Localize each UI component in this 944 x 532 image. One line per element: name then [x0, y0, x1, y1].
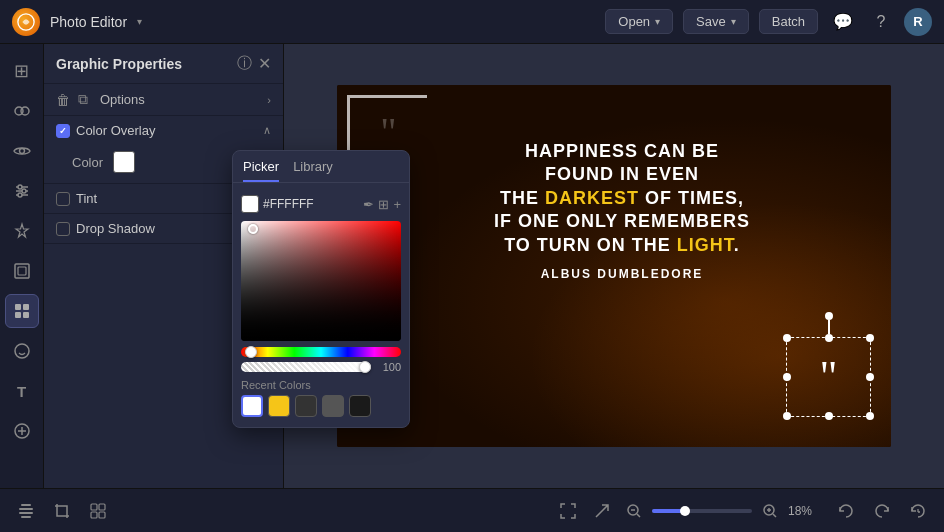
- svg-rect-22: [21, 504, 31, 506]
- help-button[interactable]: ?: [866, 7, 896, 37]
- zoom-minus-button[interactable]: [622, 499, 646, 523]
- color-overlay-checkbox[interactable]: [56, 124, 70, 138]
- picker-recent-label: Recent Colors: [233, 373, 409, 395]
- quote-line-4: IF ONE ONLY REMEMBERS: [467, 210, 777, 233]
- grid-bottombar-icon[interactable]: [84, 497, 112, 525]
- picker-gradient[interactable]: [241, 221, 401, 341]
- topbar: Photo Editor ▾ Open ▾ Save ▾ Batch 💬 ? R: [0, 0, 944, 44]
- sidebar-item-text[interactable]: T: [5, 374, 39, 408]
- zoom-controls: 18%: [554, 497, 816, 525]
- picker-cursor: [248, 224, 258, 234]
- chat-button[interactable]: 💬: [828, 7, 858, 37]
- sidebar-item-adjust[interactable]: [5, 174, 39, 208]
- sidebar-item-stickers[interactable]: [5, 334, 39, 368]
- handle-bl[interactable]: [783, 412, 791, 420]
- copy-icon[interactable]: ⧉: [78, 91, 88, 108]
- panel-info-icon[interactable]: ⓘ: [237, 54, 252, 73]
- handle-rotate[interactable]: [825, 312, 833, 320]
- sidebar-item-more[interactable]: [5, 414, 39, 448]
- sidebar-item-layers[interactable]: ⊞: [5, 54, 39, 88]
- picker-tab-picker[interactable]: Picker: [243, 159, 279, 182]
- save-label: Save: [696, 14, 726, 29]
- svg-rect-23: [21, 516, 31, 518]
- recent-color-gray[interactable]: [322, 395, 344, 417]
- picker-tabs: Picker Library: [233, 151, 409, 183]
- avatar[interactable]: R: [904, 8, 932, 36]
- picker-hex-input[interactable]: [263, 197, 333, 211]
- quote-author: ALBUS DUMBLEDORE: [467, 267, 777, 281]
- svg-rect-10: [15, 264, 29, 278]
- open-label: Open: [618, 14, 650, 29]
- svg-point-3: [19, 149, 24, 154]
- svg-point-8: [22, 189, 26, 193]
- zoom-slider-fill: [652, 509, 682, 513]
- grid-icon[interactable]: ⊞: [378, 197, 389, 212]
- recent-color-white[interactable]: [241, 395, 263, 417]
- sidebar-item-eye[interactable]: [5, 134, 39, 168]
- svg-point-16: [15, 344, 29, 358]
- picker-tab-library[interactable]: Library: [293, 159, 333, 182]
- recent-color-yellow[interactable]: [268, 395, 290, 417]
- sidebar-item-effects[interactable]: [5, 214, 39, 248]
- layers-bottombar-icon[interactable]: [12, 497, 40, 525]
- quote-mark-br[interactable]: ": [786, 337, 871, 417]
- zoom-slider[interactable]: [652, 509, 752, 513]
- drop-shadow-label: Drop Shadow: [76, 221, 257, 236]
- svg-rect-12: [15, 304, 21, 310]
- picker-opacity-value: 100: [377, 361, 401, 373]
- add-color-icon[interactable]: +: [393, 197, 401, 212]
- picker-recent-colors: [233, 395, 409, 417]
- picker-hue-thumb: [245, 346, 257, 358]
- recent-color-dark-gray[interactable]: [295, 395, 317, 417]
- zoom-value: 18%: [788, 504, 816, 518]
- handle-ml[interactable]: [783, 373, 791, 381]
- recent-color-black[interactable]: [349, 395, 371, 417]
- icon-bar: ⊞: [0, 44, 44, 488]
- svg-line-30: [637, 514, 640, 517]
- undo-icon[interactable]: [832, 497, 860, 525]
- trash-icon[interactable]: 🗑: [56, 92, 70, 108]
- handle-mr[interactable]: [866, 373, 874, 381]
- batch-label: Batch: [772, 14, 805, 29]
- sidebar-item-filters[interactable]: [5, 94, 39, 128]
- options-row[interactable]: 🗑 ⧉ Options ›: [44, 84, 283, 116]
- quote-mark-br-text: ": [820, 355, 838, 399]
- options-chevron-icon: ›: [267, 94, 271, 106]
- eyedropper-icon[interactable]: ✒: [363, 197, 374, 212]
- fit-icon[interactable]: [554, 497, 582, 525]
- svg-line-34: [773, 514, 776, 517]
- picker-opacity-thumb: [359, 361, 371, 373]
- picker-hex-row: ✒ ⊞ +: [233, 191, 409, 217]
- sidebar-item-frames[interactable]: [5, 254, 39, 288]
- handle-bc[interactable]: [825, 412, 833, 420]
- svg-point-2: [21, 107, 29, 115]
- sidebar-item-apps[interactable]: [5, 294, 39, 328]
- picker-opacity-slider[interactable]: [241, 362, 371, 372]
- color-swatch[interactable]: [113, 151, 135, 173]
- save-button[interactable]: Save ▾: [683, 9, 749, 34]
- handle-br[interactable]: [866, 412, 874, 420]
- history-icon[interactable]: [904, 497, 932, 525]
- panel-close-icon[interactable]: ✕: [258, 54, 271, 73]
- handle-tl[interactable]: [783, 334, 791, 342]
- svg-point-7: [18, 185, 22, 189]
- handle-tr[interactable]: [866, 334, 874, 342]
- editor-image: " HAPPINESS CAN BE FOUND IN EVEN THE DAR…: [337, 85, 891, 447]
- handle-rotate-line: [828, 320, 830, 334]
- picker-hue-slider[interactable]: [241, 347, 401, 357]
- batch-button[interactable]: Batch: [759, 9, 818, 34]
- tint-checkbox[interactable]: [56, 192, 70, 206]
- handle-tc[interactable]: [825, 334, 833, 342]
- zoom-plus-button[interactable]: [758, 499, 782, 523]
- crop-bottombar-icon[interactable]: [48, 497, 76, 525]
- main: ⊞: [0, 44, 944, 488]
- redo-icon[interactable]: [868, 497, 896, 525]
- resize-icon[interactable]: [588, 497, 616, 525]
- picker-opacity-row: 100: [233, 361, 409, 373]
- color-overlay-header[interactable]: Color Overlay ∧: [44, 116, 283, 145]
- svg-point-9: [18, 193, 22, 197]
- drop-shadow-checkbox[interactable]: [56, 222, 70, 236]
- app-title-chevron[interactable]: ▾: [137, 16, 142, 27]
- quote-line-1: HAPPINESS CAN BE: [467, 140, 777, 163]
- open-button[interactable]: Open ▾: [605, 9, 673, 34]
